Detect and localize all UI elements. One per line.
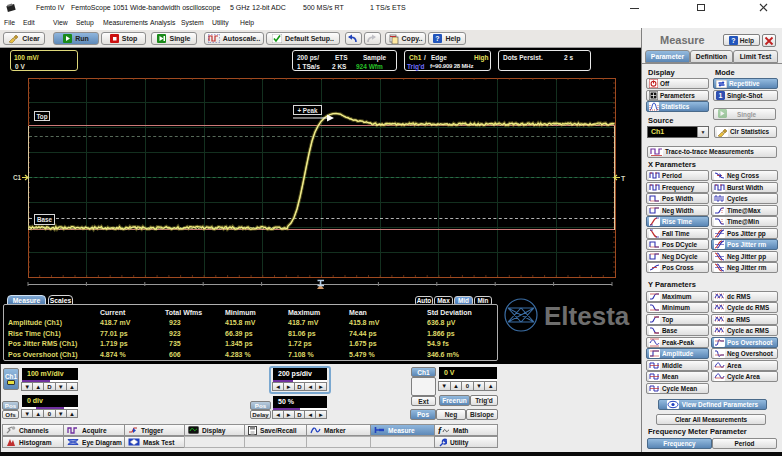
svg-text:f: f [438, 426, 442, 435]
svg-text:?: ? [436, 35, 440, 42]
svg-text:T: T [621, 175, 626, 182]
svg-text:?: ? [731, 37, 735, 44]
svg-text:C1: C1 [13, 174, 22, 181]
svg-text:Eltesta: Eltesta [544, 301, 630, 331]
svg-text:1: 1 [719, 92, 723, 99]
